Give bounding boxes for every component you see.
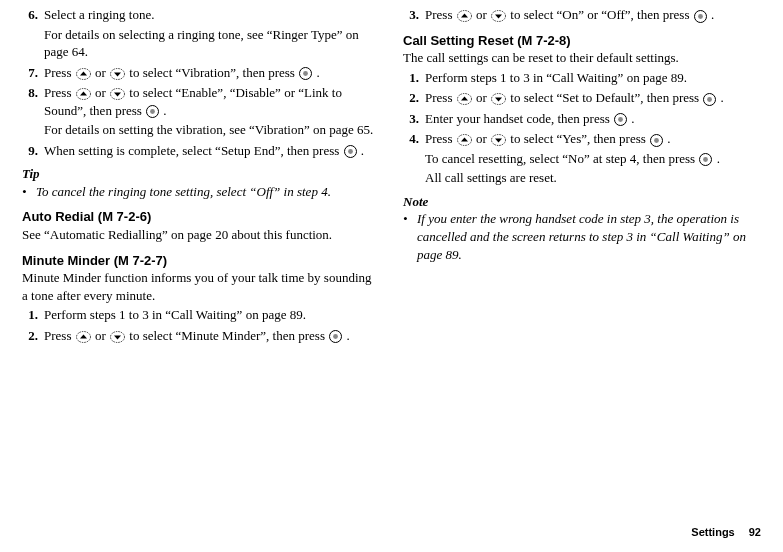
text: or bbox=[473, 131, 490, 146]
text: . bbox=[628, 111, 635, 126]
note-text: If you enter the wrong handset code in s… bbox=[417, 210, 758, 263]
step-subtext: For details on selecting a ringing tone,… bbox=[44, 26, 377, 61]
down-icon bbox=[491, 93, 506, 105]
up-icon bbox=[76, 331, 91, 343]
heading-call-setting-reset: Call Setting Reset (M 7-2-8) bbox=[403, 32, 758, 50]
up-icon bbox=[457, 134, 472, 146]
step-text: Select a ringing tone. bbox=[44, 6, 377, 24]
down-icon bbox=[491, 10, 506, 22]
note-body: • If you enter the wrong handset code in… bbox=[403, 210, 758, 263]
step-text: Perform steps 1 to 3 in “Call Waiting” o… bbox=[425, 69, 758, 87]
ok-icon bbox=[703, 93, 716, 106]
ok-icon bbox=[614, 113, 627, 126]
step-number: 3. bbox=[403, 6, 425, 24]
note-label: Note bbox=[403, 193, 758, 211]
footer-page: 92 bbox=[749, 526, 761, 538]
down-icon bbox=[110, 68, 125, 80]
text: to select “Set to Default”, then press bbox=[507, 90, 702, 105]
text: Enter your handset code, then press bbox=[425, 111, 613, 126]
ok-icon bbox=[699, 153, 712, 166]
reset-step-4: 4. Press or to select “Yes”, then press … bbox=[403, 130, 758, 187]
step-number: 1. bbox=[22, 306, 44, 324]
reset-step-2: 2. Press or to select “Set to Default”, … bbox=[403, 89, 758, 107]
step-6: 6. Select a ringing tone. For details on… bbox=[22, 6, 377, 61]
footer-section: Settings bbox=[691, 526, 734, 538]
text: to select “On” or “Off”, then press bbox=[507, 7, 693, 22]
text: . bbox=[708, 7, 715, 22]
page-footer: Settings92 bbox=[691, 525, 761, 540]
step-number: 7. bbox=[22, 64, 44, 82]
text: . bbox=[343, 328, 350, 343]
step-subtext: All call settings are reset. bbox=[425, 169, 758, 187]
text: to select “Minute Minder”, then press bbox=[126, 328, 328, 343]
ok-icon bbox=[299, 67, 312, 80]
text: or bbox=[92, 65, 109, 80]
up-icon bbox=[457, 93, 472, 105]
step-number: 6. bbox=[22, 6, 44, 61]
ok-icon bbox=[344, 145, 357, 158]
tip-label: Tip bbox=[22, 165, 377, 183]
mm-step-1: 1. Perform steps 1 to 3 in “Call Waiting… bbox=[22, 306, 377, 324]
step-number: 2. bbox=[403, 89, 425, 107]
ok-icon bbox=[146, 105, 159, 118]
text: . bbox=[713, 151, 720, 166]
up-icon bbox=[76, 68, 91, 80]
text: or bbox=[92, 85, 109, 100]
step-number: 2. bbox=[22, 327, 44, 345]
step-number: 9. bbox=[22, 142, 44, 160]
text: Press bbox=[44, 85, 75, 100]
mm-step-2: 2. Press or to select “Minute Minder”, t… bbox=[22, 327, 377, 345]
tip-text: To cancel the ringing tone setting, sele… bbox=[36, 183, 331, 201]
step-subtext: For details on setting the vibration, se… bbox=[44, 121, 377, 139]
left-column: 6. Select a ringing tone. For details on… bbox=[22, 6, 377, 347]
text: To cancel resetting, select “No” at step… bbox=[425, 151, 698, 166]
text: to select “Yes”, then press bbox=[507, 131, 649, 146]
right-column: 3. Press or to select “On” or “Off”, the… bbox=[403, 6, 758, 347]
body-text: See “Automatic Redialling” on page 20 ab… bbox=[22, 226, 377, 244]
text: Press bbox=[44, 328, 75, 343]
text: or bbox=[92, 328, 109, 343]
body-text: The call settings can be reset to their … bbox=[403, 49, 758, 67]
text: . bbox=[358, 143, 365, 158]
ok-icon bbox=[650, 134, 663, 147]
ok-icon bbox=[329, 330, 342, 343]
down-icon bbox=[110, 88, 125, 100]
text: or bbox=[473, 7, 490, 22]
text: . bbox=[664, 131, 671, 146]
text: Press bbox=[425, 131, 456, 146]
down-icon bbox=[110, 331, 125, 343]
step-8: 8. Press or to select “Enable”, “Disable… bbox=[22, 84, 377, 139]
up-icon bbox=[76, 88, 91, 100]
ok-icon bbox=[694, 10, 707, 23]
text: Press bbox=[44, 65, 75, 80]
heading-minute-minder: Minute Minder (M 7-2-7) bbox=[22, 252, 377, 270]
step-number: 4. bbox=[403, 130, 425, 187]
step-text: Perform steps 1 to 3 in “Call Waiting” o… bbox=[44, 306, 377, 324]
text: . bbox=[717, 90, 724, 105]
body-text: Minute Minder function informs you of yo… bbox=[22, 269, 377, 304]
step-number: 8. bbox=[22, 84, 44, 139]
text: When setting is complete, select “Setup … bbox=[44, 143, 343, 158]
step-7: 7. Press or to select “Vibration”, then … bbox=[22, 64, 377, 82]
text: to select “Vibration”, then press bbox=[126, 65, 298, 80]
text: Press bbox=[425, 7, 456, 22]
heading-auto-redial: Auto Redial (M 7-2-6) bbox=[22, 208, 377, 226]
mm-step-3: 3. Press or to select “On” or “Off”, the… bbox=[403, 6, 758, 24]
reset-step-1: 1. Perform steps 1 to 3 in “Call Waiting… bbox=[403, 69, 758, 87]
step-number: 1. bbox=[403, 69, 425, 87]
step-number: 3. bbox=[403, 110, 425, 128]
text: Press bbox=[425, 90, 456, 105]
up-icon bbox=[457, 10, 472, 22]
text: or bbox=[473, 90, 490, 105]
down-icon bbox=[491, 134, 506, 146]
reset-step-3: 3. Enter your handset code, then press . bbox=[403, 110, 758, 128]
step-9: 9. When setting is complete, select “Set… bbox=[22, 142, 377, 160]
text: . bbox=[313, 65, 320, 80]
tip-body: • To cancel the ringing tone setting, se… bbox=[22, 183, 377, 201]
text: . bbox=[160, 103, 167, 118]
bullet: • bbox=[403, 210, 417, 263]
bullet: • bbox=[22, 183, 36, 201]
